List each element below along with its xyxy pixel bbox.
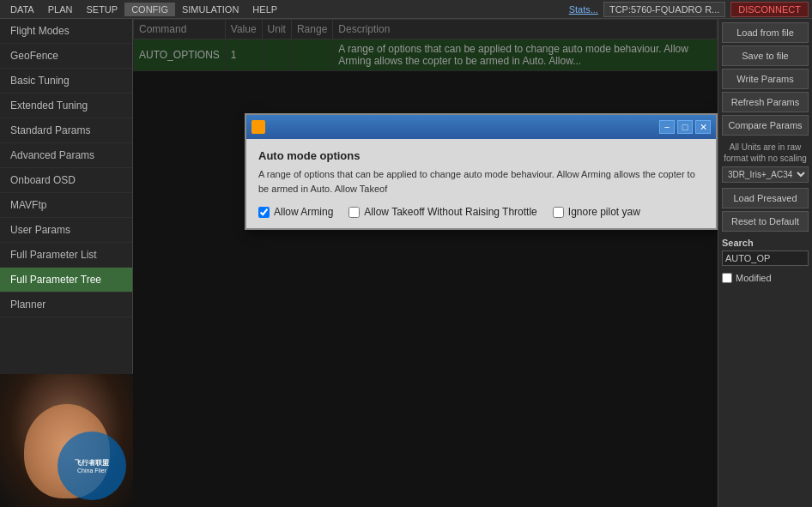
menu-bar-right: Stats... TCP:5760-FQUADRO R... DISCONNEC… <box>569 2 809 17</box>
dialog-close-button[interactable]: ✕ <box>695 120 711 134</box>
search-label: Search <box>722 238 809 248</box>
sidebar-item-full-param-list[interactable]: Full Parameter List <box>0 243 132 268</box>
compare-params-button[interactable]: Compare Params <box>722 115 809 136</box>
dialog-minimize-button[interactable]: − <box>659 120 675 134</box>
option-allow-takeoff: Allow Takeoff Without Raising Throttle <box>348 206 536 218</box>
menu-bar: DATA PLAN SETUP CONFIG SIMULATION HELP S… <box>0 0 812 19</box>
load-from-file-button[interactable]: Load from file <box>722 22 809 43</box>
sidebar-item-flight-modes[interactable]: Flight Modes <box>0 19 132 44</box>
sidebar-item-user-params[interactable]: User Params <box>0 218 132 243</box>
allow-arming-label: Allow Arming <box>274 206 333 218</box>
watermark-line1: 飞行者联盟 <box>75 458 109 468</box>
option-allow-arming: Allow Arming <box>258 206 333 218</box>
watermark: 飞行者联盟 China Flier <box>58 432 126 500</box>
dialog-body: Auto mode options A range of options tha… <box>246 139 716 228</box>
sidebar-item-extended-tuning[interactable]: Extended Tuning <box>0 94 132 118</box>
disconnect-button[interactable]: DISCONNECT <box>730 2 809 17</box>
sidebar-item-geofence[interactable]: GeoFence <box>0 44 132 69</box>
load-presaved-button[interactable]: Load Presaved <box>722 188 809 208</box>
watermark-line2: China Flier <box>77 468 106 474</box>
sidebar-item-onboard-osd[interactable]: Onboard OSD <box>0 168 132 193</box>
sidebar-item-basic-tuning[interactable]: Basic Tuning <box>0 69 132 94</box>
allow-takeoff-checkbox[interactable] <box>348 207 360 218</box>
menu-setup[interactable]: SETUP <box>79 3 124 16</box>
save-to-file-button[interactable]: Save to file <box>722 45 809 66</box>
menu-help[interactable]: HELP <box>245 3 284 16</box>
right-panel: Load from file Save to file Write Params… <box>718 19 812 507</box>
option-ignore-pilot-yaw: Ignore pilot yaw <box>553 206 640 218</box>
connection-info: TCP:5760-FQUADRO R... <box>603 2 725 17</box>
dialog-maximize-button[interactable]: □ <box>677 120 693 134</box>
menu-simulation[interactable]: SIMULATION <box>175 3 245 16</box>
dialog-titlebar: − □ ✕ <box>246 115 716 139</box>
vehicle-preset-dropdown[interactable]: 3DR_Iris+_AC34... <box>722 166 809 183</box>
reset-to-default-button[interactable]: Reset to Default <box>722 211 809 232</box>
dialog-title-icon <box>251 120 265 134</box>
ignore-pilot-yaw-label: Ignore pilot yaw <box>568 206 640 218</box>
sidebar-item-mavftp[interactable]: MAVFtp <box>0 193 132 218</box>
dialog-options: Allow Arming Allow Takeoff Without Raisi… <box>258 206 704 218</box>
modified-row: Modified <box>722 273 809 283</box>
sidebar-item-full-param-tree[interactable]: Full Parameter Tree <box>0 268 132 293</box>
sidebar-item-standard-params[interactable]: Standard Params <box>0 118 132 143</box>
allow-arming-checkbox[interactable] <box>258 207 270 218</box>
refresh-params-button[interactable]: Refresh Params <box>722 92 809 112</box>
webcam-area: 飞行者联盟 China Flier <box>0 374 133 507</box>
menu-plan[interactable]: PLAN <box>41 3 80 16</box>
search-input[interactable] <box>722 250 809 266</box>
sidebar-item-advanced-params[interactable]: Advanced Params <box>0 143 132 168</box>
ignore-pilot-yaw-checkbox[interactable] <box>553 207 564 218</box>
dialog-overlay: − □ ✕ Auto mode options A range of optio… <box>133 19 718 507</box>
webcam-feed: 飞行者联盟 China Flier <box>0 374 133 507</box>
modified-label: Modified <box>736 273 772 283</box>
dialog-box: − □ ✕ Auto mode options A range of optio… <box>245 113 718 230</box>
modified-checkbox[interactable] <box>722 273 732 283</box>
dialog-heading: Auto mode options <box>258 149 704 162</box>
write-params-button[interactable]: Write Params <box>722 69 809 89</box>
sidebar-item-planner[interactable]: Planner <box>0 293 132 317</box>
main-layout: Flight Modes GeoFence Basic Tuning Exten… <box>0 19 812 507</box>
menu-data[interactable]: DATA <box>3 3 41 16</box>
units-label: All Units are in rawformat with no scali… <box>722 142 809 164</box>
allow-takeoff-label: Allow Takeoff Without Raising Throttle <box>364 206 536 218</box>
dialog-description: A range of options that can be applied t… <box>258 167 704 196</box>
menu-config[interactable]: CONFIG <box>124 3 175 16</box>
dialog-controls: − □ ✕ <box>659 120 711 134</box>
center-content: Command Value Unit Range Description AUT… <box>133 19 718 507</box>
sidebar: Flight Modes GeoFence Basic Tuning Exten… <box>0 19 133 507</box>
stats-link[interactable]: Stats... <box>569 4 598 15</box>
